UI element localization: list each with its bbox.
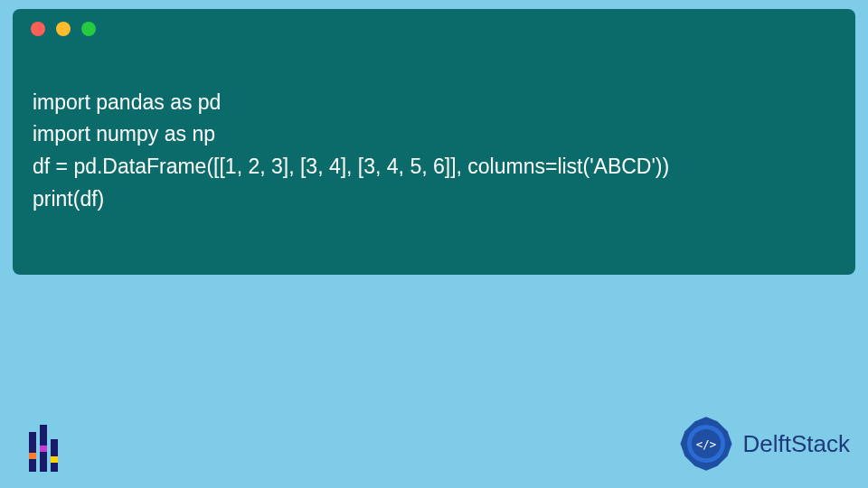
svg-text:</>: </> <box>695 437 715 451</box>
brand-area: </> DelftStack <box>678 416 851 472</box>
code-line: import pandas as pd <box>33 90 221 114</box>
code-line: print(df) <box>33 187 104 211</box>
window-titlebar <box>13 9 855 49</box>
pandas-bars-icon <box>16 418 71 472</box>
delftstack-gear-icon: </> <box>678 416 734 472</box>
code-line: import numpy as np <box>33 122 215 145</box>
brand-name: DelftStack <box>743 430 851 458</box>
maximize-icon[interactable] <box>81 22 96 36</box>
code-window: import pandas as pd import numpy as np d… <box>13 9 855 275</box>
code-line: df = pd.DataFrame([[1, 2, 3], [3, 4], [3… <box>33 155 669 178</box>
close-icon[interactable] <box>31 22 45 36</box>
code-block: import pandas as pd import numpy as np d… <box>13 49 855 248</box>
minimize-icon[interactable] <box>56 22 71 36</box>
